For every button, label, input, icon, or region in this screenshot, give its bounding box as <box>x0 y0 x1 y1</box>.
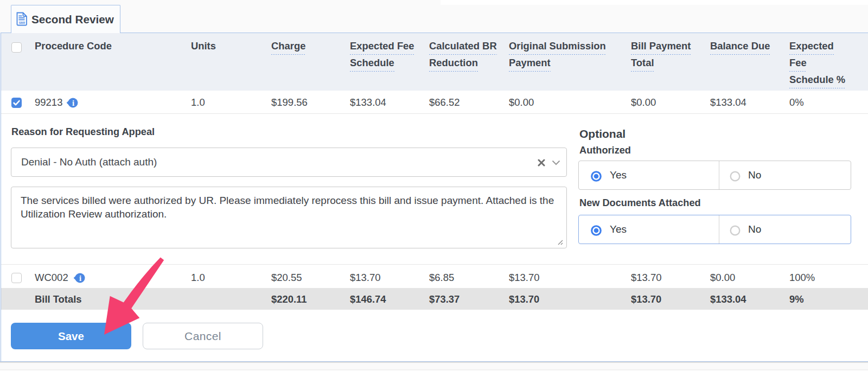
svg-text:SBR: SBR <box>19 21 25 24</box>
svg-text:i: i <box>72 99 74 107</box>
svg-text:i: i <box>79 274 81 283</box>
